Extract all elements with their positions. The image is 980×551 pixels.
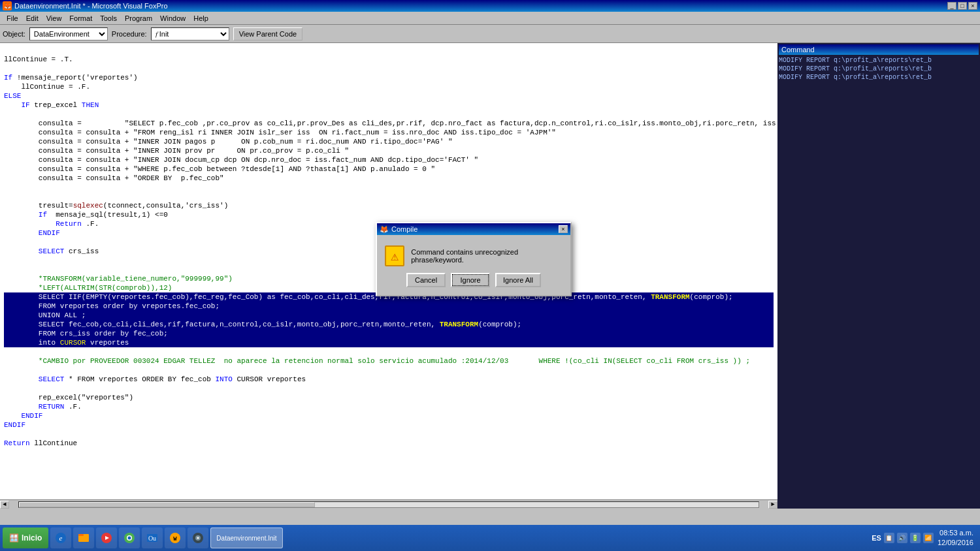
tray-icon-2: 🔊	[897, 533, 907, 543]
minimize-button[interactable]: _	[947, 2, 956, 10]
dialog-message-row: ⚠ Command contains unrecognized phrase/k…	[385, 245, 563, 266]
svg-point-8	[128, 537, 131, 540]
svg-text:e: e	[59, 534, 63, 542]
outlook-icon[interactable]: Ou	[142, 527, 163, 548]
command-panel: Command MODIFY REPORT q:\profit_a\report…	[777, 43, 980, 509]
winamp-icon[interactable]: W	[165, 527, 186, 548]
code-line-36	[4, 366, 774, 375]
explorer-icon[interactable]	[73, 527, 94, 548]
maximize-button[interactable]: □	[958, 2, 967, 10]
code-line-44: Return llContinue	[4, 439, 774, 448]
dialog-title-icon: 🦊	[380, 225, 389, 234]
view-parent-code-button[interactable]: View Parent Code	[233, 27, 302, 40]
code-line-7: IF trep_excel THEN	[4, 101, 774, 110]
code-line-30: UNION ALL ;	[4, 311, 774, 320]
code-line-29: FROM vreportes order by vreportes.fec_co…	[4, 302, 774, 311]
tray-icon-4: 📶	[923, 533, 934, 543]
code-line-5: llContinue = .F.	[4, 82, 774, 91]
scrollbar-track[interactable]	[18, 501, 759, 508]
menu-tools[interactable]: Tools	[96, 13, 121, 24]
chrome-icon[interactable]	[119, 527, 140, 548]
window-title: Dataenvironment.Init * - Microsoft Visua…	[14, 2, 168, 10]
windows-logo: 🪟	[9, 533, 19, 543]
code-line-15: consulta = consulta + "ORDER BY p.fec_co…	[4, 174, 774, 183]
code-line-2: llContinue = .T.	[4, 55, 774, 64]
code-line-39: rep_excel("vreportes")	[4, 393, 774, 402]
ignore-all-button[interactable]: Ignore All	[495, 273, 541, 287]
command-line-1: MODIFY REPORT q:\profit_a\reports\ret_b	[779, 56, 979, 65]
clock-date: 12/09/2016	[938, 538, 973, 548]
code-line-11: consulta = consulta + "INNER JOIN pagos …	[4, 137, 774, 146]
active-app-label: Dataenvironment.Init	[216, 535, 276, 542]
svg-text:Ou: Ou	[148, 535, 156, 542]
clock-time: 08:53 a.m.	[938, 528, 973, 538]
code-line-17	[4, 192, 774, 201]
ignore-button[interactable]: Ignore	[451, 273, 490, 287]
command-panel-title: Command	[779, 44, 979, 55]
code-line-3	[4, 64, 774, 73]
dialog-message: Command contains unrecognized phrase/key…	[411, 248, 563, 264]
media-icon[interactable]	[96, 527, 117, 548]
code-line-34	[4, 347, 774, 356]
code-line-6: ELSE	[4, 91, 774, 101]
menu-program[interactable]: Program	[121, 13, 156, 24]
warning-icon: ⚠	[385, 245, 404, 266]
tray-icon-1: 📋	[884, 533, 894, 543]
foxpro-icon: 🦊	[3, 1, 12, 10]
window-controls: _ □ ×	[947, 2, 977, 10]
svg-rect-3	[78, 534, 84, 536]
cancel-button[interactable]: Cancel	[406, 273, 446, 287]
menu-format[interactable]: Format	[65, 13, 96, 24]
procedure-label: Procedure:	[112, 30, 147, 38]
scroll-right-btn[interactable]: ►	[768, 501, 777, 509]
code-line-37: SELECT * FROM vreportes ORDER BY fec_cob…	[4, 375, 774, 384]
language-indicator: ES	[872, 534, 881, 542]
svg-text:W: W	[174, 536, 178, 543]
code-line-16	[4, 183, 774, 192]
code-line-42: ENDIF	[4, 420, 774, 430]
dialog-buttons: Cancel Ignore Ignore All	[406, 273, 541, 287]
procedure-select[interactable]: 𝑓 Init	[151, 27, 229, 40]
dialog-title-bar: 🦊 Compile ×	[377, 223, 570, 235]
command-line-3: MODIFY REPORT q:\profit_a\reports\ret_b	[779, 73, 979, 82]
scrollbar-thumb[interactable]	[19, 502, 315, 507]
ie-icon[interactable]: e	[50, 527, 71, 548]
taskbar: 🪟 Inicio e Ou W Dataenvironment.Init ES …	[0, 525, 980, 551]
menu-help[interactable]: Help	[189, 13, 212, 24]
code-line-14: consulta = consulta + "WHERE p.fec_cob b…	[4, 165, 774, 174]
title-bar: 🦊 Dataenvironment.Init * - Microsoft Vis…	[0, 0, 980, 12]
code-line-35: *CAMBIO por PROVEEDOR 003024 EDGAR TELLE…	[4, 356, 774, 366]
scroll-left-btn[interactable]: ◄	[0, 501, 9, 509]
object-label: Object:	[3, 30, 25, 38]
start-label: Inicio	[22, 533, 42, 543]
code-line-18: tresult=sqlexec(tconnect,consulta,'crs_i…	[4, 201, 774, 210]
code-line-8	[4, 110, 774, 119]
active-app-button[interactable]: Dataenvironment.Init	[210, 527, 282, 548]
dialog-close-button[interactable]: ×	[559, 225, 568, 233]
svg-point-15	[197, 537, 199, 539]
editor-scrollbar[interactable]: ◄ ►	[0, 499, 777, 509]
code-line-41: ENDIF	[4, 411, 774, 420]
menu-view[interactable]: View	[42, 13, 66, 24]
tray-icon-3: 🔋	[910, 533, 921, 543]
code-line-40: RETURN .F.	[4, 402, 774, 411]
network-icon[interactable]	[188, 527, 208, 548]
start-button[interactable]: 🪟 Inicio	[3, 527, 48, 548]
tray-icons: ES 📋 🔊 🔋 📶	[872, 533, 934, 543]
dialog-body: ⚠ Command contains unrecognized phrase/k…	[377, 235, 570, 295]
menu-window[interactable]: Window	[156, 13, 189, 24]
compile-dialog: 🦊 Compile × ⚠ Command contains unrecogni…	[376, 222, 572, 296]
object-select[interactable]: DataEnvironment	[29, 27, 108, 40]
system-clock: 08:53 a.m. 12/09/2016	[938, 528, 973, 548]
code-line-9: consulta = "SELECT p.fec_cob ,pr.co_prov…	[4, 119, 774, 128]
close-button[interactable]: ×	[968, 2, 977, 10]
code-line-10: consulta = consulta + "FROM reng_isl ri …	[4, 128, 774, 137]
menu-edit[interactable]: Edit	[22, 13, 42, 24]
dialog-title-text: Compile	[391, 225, 417, 233]
title-bar-left: 🦊 Dataenvironment.Init * - Microsoft Vis…	[3, 1, 168, 10]
menu-file[interactable]: File	[3, 13, 22, 24]
command-line-2: MODIFY REPORT q:\profit_a\reports\ret_b	[779, 65, 979, 73]
code-line-13: consulta = consulta + "INNER JOIN docum_…	[4, 155, 774, 165]
code-line-32: FROM crs_iss order by fec_cob;	[4, 329, 774, 338]
code-line-31: SELECT fec_cob,co_cli,cli_des,rif,factur…	[4, 320, 774, 329]
